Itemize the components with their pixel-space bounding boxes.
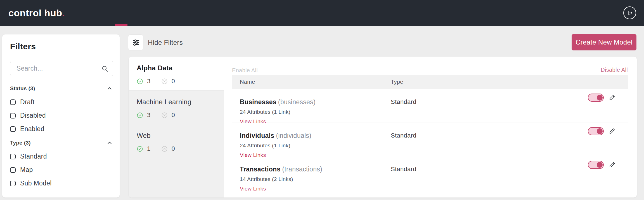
filters-panel: Filters Status (3) Draft Disabled Enable… [2, 34, 120, 197]
model-group-counts: 1 0 [137, 145, 216, 152]
model-group-item[interactable]: Machine Learning 3 0 [129, 90, 224, 124]
type-section-label: Type (3) [10, 140, 31, 146]
filter-option[interactable]: Map [10, 166, 112, 174]
nav-item[interactable] [78, 0, 91, 26]
toggle-knob [597, 162, 603, 168]
filter-option-label: Sub Model [20, 180, 52, 187]
nav-item[interactable] [152, 0, 164, 26]
nav-item[interactable] [164, 0, 177, 26]
disabled-count: 0 [172, 111, 175, 119]
model-group-list: Alpha Data 3 0 Machine Learning [129, 57, 224, 197]
edit-icon[interactable] [609, 94, 615, 101]
model-name: Transactions [240, 166, 281, 173]
status-section-label: Status (3) [10, 85, 35, 92]
model-name: Individuals [240, 132, 274, 139]
filter-option-label: Disabled [20, 112, 46, 119]
model-actions [588, 122, 628, 156]
type-section-header[interactable]: Type (3) [10, 140, 112, 146]
model-type: Standard [391, 122, 588, 156]
model-slug: (transactions) [282, 166, 323, 173]
top-nav-bar: control hub. [0, 0, 644, 26]
filter-option[interactable]: Standard [10, 153, 112, 160]
nav-item[interactable] [115, 0, 127, 26]
disable-all-link[interactable]: Disable All [601, 67, 628, 73]
toggle-knob [597, 128, 603, 134]
model-group-name: Web [137, 132, 216, 139]
hide-filters-label[interactable]: Hide Filters [148, 39, 183, 46]
model-type: Standard [391, 89, 588, 122]
filter-option-label: Enabled [20, 125, 44, 133]
model-type: Standard [391, 156, 588, 190]
edit-icon[interactable] [609, 161, 615, 168]
disabled-x-icon [161, 146, 168, 152]
model-group-counts: 3 0 [137, 111, 216, 119]
hide-filters-button[interactable] [128, 34, 143, 50]
checkbox[interactable] [10, 99, 16, 105]
table-header: Name Type [232, 75, 628, 89]
enabled-toggle[interactable] [588, 127, 604, 135]
model-attributes: 14 Attributes (2 Links) [240, 176, 391, 182]
checkbox[interactable] [10, 126, 16, 132]
create-new-model-button[interactable]: Create New Model [572, 34, 636, 50]
divider [10, 81, 112, 81]
nav-item[interactable] [127, 0, 140, 26]
enabled-check-icon [137, 146, 143, 152]
logout-icon [627, 10, 633, 16]
primary-nav [78, 0, 177, 26]
chevron-up-icon [107, 141, 112, 145]
model-attributes: 24 Attributes (1 Link) [240, 143, 391, 149]
app-logo-text: control hub [8, 8, 62, 18]
nav-item[interactable] [91, 0, 103, 26]
enabled-toggle[interactable] [588, 161, 604, 169]
app-logo-dot: . [62, 8, 65, 18]
checkbox[interactable] [10, 181, 16, 186]
filter-option[interactable]: Disabled [10, 112, 112, 119]
logout-button[interactable] [623, 6, 636, 19]
model-group-item[interactable]: Alpha Data 3 0 [129, 57, 224, 90]
disabled-x-icon [161, 112, 168, 118]
disabled-count: 0 [172, 145, 175, 152]
toggle-knob [597, 95, 603, 101]
filter-option[interactable]: Draft [10, 98, 112, 106]
model-name-cell: Businesses(businesses) 24 Attributes (1 … [240, 89, 391, 122]
nav-item[interactable] [103, 0, 115, 26]
view-links-link[interactable]: View Links [240, 186, 266, 192]
filter-option[interactable]: Enabled [10, 125, 112, 133]
model-group-name: Alpha Data [137, 64, 216, 72]
edit-icon[interactable] [609, 128, 615, 134]
model-title: Businesses(businesses) [240, 98, 391, 106]
app-logo[interactable]: control hub. [8, 8, 65, 18]
table-rows: Businesses(businesses) 24 Attributes (1 … [232, 89, 628, 190]
model-name-cell: Transactions(transactions) 14 Attributes… [240, 156, 391, 190]
filter-option-label: Map [20, 166, 33, 174]
model-title: Individuals(individuals) [240, 132, 391, 139]
model-row: Individuals(individuals) 24 Attributes (… [232, 122, 628, 156]
models-panel: Alpha Data 3 0 Machine Learning [129, 57, 637, 197]
enabled-count: 3 [147, 78, 151, 85]
filter-option-label: Draft [20, 98, 34, 106]
enable-all-link[interactable]: Enable All [232, 67, 258, 74]
model-group-item[interactable]: Web 1 0 [129, 124, 224, 157]
status-options: Draft Disabled Enabled [10, 98, 112, 133]
divider [10, 135, 112, 135]
search-icon [101, 65, 108, 72]
filter-option[interactable]: Sub Model [10, 180, 112, 187]
nav-item[interactable] [140, 0, 152, 26]
model-attributes: 24 Attributes (1 Link) [240, 109, 391, 115]
table-toolbar: Enable All Disable All [232, 57, 628, 75]
model-group-name: Machine Learning [137, 98, 216, 106]
disabled-count: 0 [172, 78, 175, 85]
enabled-count: 3 [147, 111, 151, 119]
model-row: Businesses(businesses) 24 Attributes (1 … [232, 89, 628, 122]
filters-title: Filters [10, 42, 36, 51]
model-group-counts: 3 0 [137, 78, 216, 85]
checkbox[interactable] [10, 113, 16, 118]
checkbox[interactable] [10, 154, 16, 159]
enabled-toggle[interactable] [588, 94, 604, 102]
search-input[interactable] [10, 61, 113, 76]
models-table: Enable All Disable All Name Type Busines… [232, 57, 628, 190]
enabled-check-icon [137, 112, 143, 118]
status-section-header[interactable]: Status (3) [10, 85, 112, 92]
checkbox[interactable] [10, 167, 16, 173]
type-options: Standard Map Sub Model [10, 153, 112, 187]
